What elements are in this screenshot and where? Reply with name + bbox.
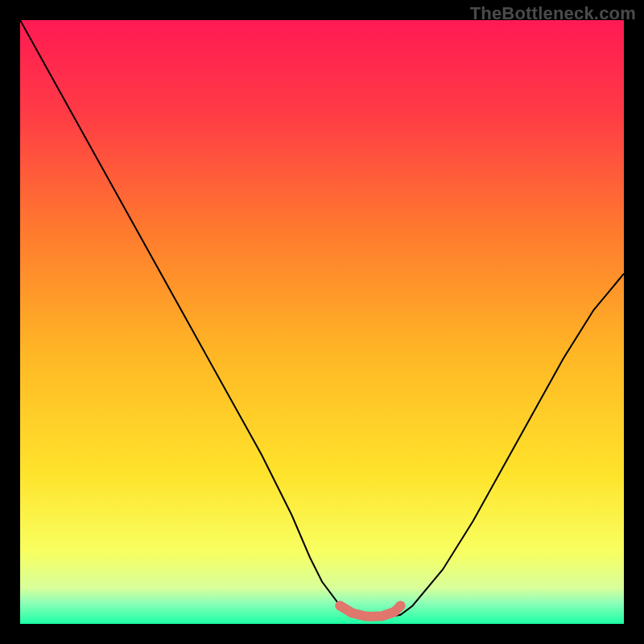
optimal-band-dot-right — [396, 601, 406, 611]
chart-svg — [20, 20, 624, 624]
chart-frame: TheBottleneck.com — [0, 0, 644, 644]
plot-area — [20, 20, 624, 624]
watermark-text: TheBottleneck.com — [470, 3, 636, 24]
optimal-band-dot-left — [336, 601, 345, 611]
gradient-background — [20, 20, 624, 624]
